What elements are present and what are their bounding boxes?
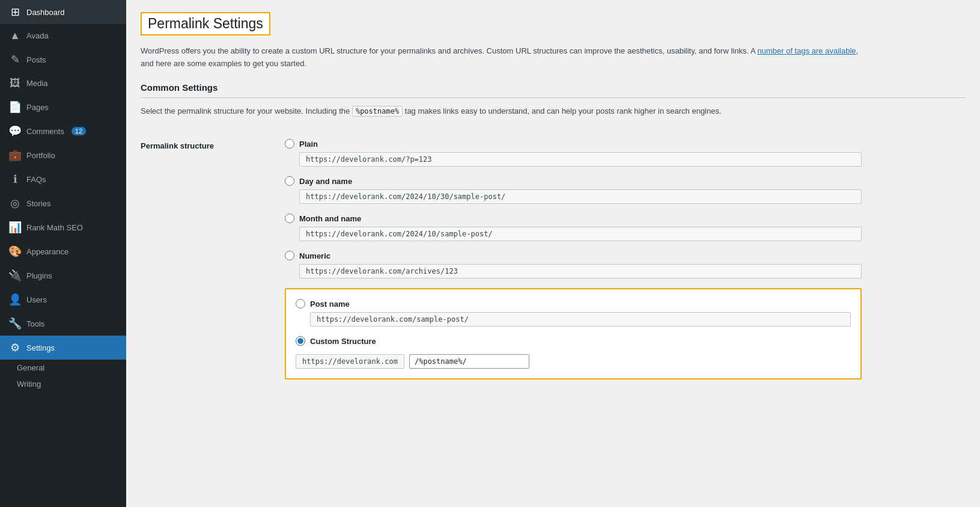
sidebar-item-label: Pages bbox=[26, 103, 49, 112]
writing-label: Writing bbox=[17, 379, 41, 389]
sidebar: ⊞ Dashboard ▲ Avada ✎ Posts 🖼 Media 📄 Pa… bbox=[0, 0, 126, 507]
highlighted-options-box: Post name https://develorank.com/sample-… bbox=[285, 288, 862, 379]
option-numeric: Numeric https://develorank.com/archives/… bbox=[285, 251, 862, 278]
rankmath-icon: 📊 bbox=[8, 221, 22, 234]
posts-icon: ✎ bbox=[8, 53, 22, 66]
comments-icon: 💬 bbox=[8, 124, 22, 138]
post-name-radio-row: Post name bbox=[296, 299, 851, 309]
sidebar-item-label: Stories bbox=[26, 199, 50, 208]
month-name-url: https://develorank.com/2024/10/sample-po… bbox=[299, 227, 862, 241]
post-name-radio[interactable] bbox=[296, 299, 305, 309]
numeric-label[interactable]: Numeric bbox=[299, 251, 330, 260]
numeric-url: https://develorank.com/archives/123 bbox=[299, 264, 862, 278]
custom-label[interactable]: Custom Structure bbox=[310, 337, 376, 346]
sidebar-item-pages[interactable]: 📄 Pages bbox=[0, 95, 126, 119]
custom-radio[interactable] bbox=[296, 336, 305, 346]
custom-base-url: https://develorank.com bbox=[296, 354, 404, 369]
page-title: Permalink Settings bbox=[141, 12, 270, 35]
custom-structure-url-row: https://develorank.com bbox=[296, 354, 851, 369]
common-settings-desc: Select the permalink structure for your … bbox=[141, 105, 862, 118]
permalink-controls: Plain https://develorank.com/?p=123 Day … bbox=[285, 139, 862, 379]
faqs-icon: ℹ bbox=[8, 173, 22, 186]
sidebar-item-label: Portfolio bbox=[26, 151, 55, 160]
month-name-radio[interactable] bbox=[285, 214, 294, 223]
sidebar-submenu-general[interactable]: General bbox=[8, 360, 126, 376]
sidebar-item-label: Settings bbox=[26, 343, 55, 352]
sidebar-item-settings[interactable]: ⚙ Settings bbox=[0, 336, 126, 360]
sidebar-item-plugins[interactable]: 🔌 Plugins bbox=[0, 263, 126, 287]
custom-radio-row: Custom Structure bbox=[296, 336, 851, 346]
sidebar-item-avada[interactable]: ▲ Avada bbox=[0, 24, 126, 48]
sidebar-item-label: Plugins bbox=[26, 271, 52, 280]
sidebar-item-users[interactable]: 👤 Users bbox=[0, 287, 126, 312]
sidebar-item-label: Appearance bbox=[26, 247, 68, 256]
sidebar-item-label: Users bbox=[26, 295, 47, 304]
day-name-radio-row: Day and name bbox=[285, 176, 862, 186]
sidebar-item-label: Posts bbox=[26, 55, 46, 64]
general-label: General bbox=[17, 363, 44, 372]
day-name-label[interactable]: Day and name bbox=[299, 177, 352, 186]
tools-icon: 🔧 bbox=[8, 317, 22, 330]
page-description: WordPress offers you the ability to crea… bbox=[141, 45, 862, 70]
numeric-radio-row: Numeric bbox=[285, 251, 862, 260]
sidebar-submenu-writing[interactable]: Writing bbox=[8, 376, 126, 392]
plain-radio[interactable] bbox=[285, 139, 294, 149]
stories-icon: ◎ bbox=[8, 197, 22, 210]
postname-tag: %postname% bbox=[352, 106, 403, 117]
sidebar-item-label: FAQs bbox=[26, 175, 46, 184]
day-name-radio[interactable] bbox=[285, 176, 294, 186]
comments-badge: 12 bbox=[72, 127, 86, 135]
sidebar-item-media[interactable]: 🖼 Media bbox=[0, 72, 126, 95]
users-icon: 👤 bbox=[8, 293, 22, 306]
month-name-label[interactable]: Month and name bbox=[299, 214, 361, 223]
post-name-url: https://develorank.com/sample-post/ bbox=[310, 312, 851, 327]
sidebar-item-label: Tools bbox=[26, 319, 44, 328]
avada-icon: ▲ bbox=[8, 29, 22, 42]
post-name-label[interactable]: Post name bbox=[310, 300, 350, 309]
option-post-name: Post name https://develorank.com/sample-… bbox=[296, 299, 851, 327]
permalink-label: Permalink structure bbox=[141, 139, 261, 150]
sidebar-item-label: Comments bbox=[26, 127, 64, 136]
sidebar-item-tools[interactable]: 🔧 Tools bbox=[0, 312, 126, 336]
portfolio-icon: 💼 bbox=[8, 149, 22, 162]
sidebar-item-faqs[interactable]: ℹ FAQs bbox=[0, 167, 126, 191]
sidebar-item-label: Rank Math SEO bbox=[26, 223, 83, 232]
tags-link[interactable]: number of tags are available bbox=[757, 46, 856, 55]
day-name-url: https://develorank.com/2024/10/30/sample… bbox=[299, 189, 862, 204]
sidebar-item-posts[interactable]: ✎ Posts bbox=[0, 48, 126, 72]
settings-icon: ⚙ bbox=[8, 341, 22, 354]
option-plain: Plain https://develorank.com/?p=123 bbox=[285, 139, 862, 167]
sidebar-item-label: Dashboard bbox=[26, 8, 65, 17]
media-icon: 🖼 bbox=[8, 77, 22, 90]
sidebar-item-comments[interactable]: 💬 Comments 12 bbox=[0, 119, 126, 143]
custom-structure-input[interactable] bbox=[409, 354, 529, 369]
settings-arrow bbox=[121, 343, 126, 352]
plugins-icon: 🔌 bbox=[8, 269, 22, 282]
sidebar-item-dashboard[interactable]: ⊞ Dashboard bbox=[0, 0, 126, 24]
sidebar-item-label: Media bbox=[26, 79, 47, 88]
settings-submenu: General Writing bbox=[0, 360, 126, 392]
sidebar-item-stories[interactable]: ◎ Stories bbox=[0, 191, 126, 215]
pages-icon: 📄 bbox=[8, 100, 22, 114]
common-settings-title: Common Settings bbox=[141, 82, 966, 98]
option-month-name: Month and name https://develorank.com/20… bbox=[285, 214, 862, 241]
dashboard-icon: ⊞ bbox=[8, 5, 22, 19]
numeric-radio[interactable] bbox=[285, 251, 294, 260]
sidebar-item-label: Avada bbox=[26, 31, 49, 40]
permalink-structure-row: Permalink structure Plain https://develo… bbox=[141, 129, 862, 389]
plain-url: https://develorank.com/?p=123 bbox=[299, 152, 862, 167]
option-day-name: Day and name https://develorank.com/2024… bbox=[285, 176, 862, 204]
option-custom-structure: Custom Structure https://develorank.com bbox=[296, 336, 851, 369]
plain-radio-row: Plain bbox=[285, 139, 862, 149]
appearance-icon: 🎨 bbox=[8, 245, 22, 258]
sidebar-item-appearance[interactable]: 🎨 Appearance bbox=[0, 239, 126, 263]
permalink-settings-table: Permalink structure Plain https://develo… bbox=[141, 129, 862, 389]
plain-label[interactable]: Plain bbox=[299, 140, 318, 149]
main-content: Permalink Settings WordPress offers you … bbox=[126, 0, 980, 507]
sidebar-item-rankmath[interactable]: 📊 Rank Math SEO bbox=[0, 215, 126, 239]
month-name-radio-row: Month and name bbox=[285, 214, 862, 223]
sidebar-item-portfolio[interactable]: 💼 Portfolio bbox=[0, 143, 126, 167]
